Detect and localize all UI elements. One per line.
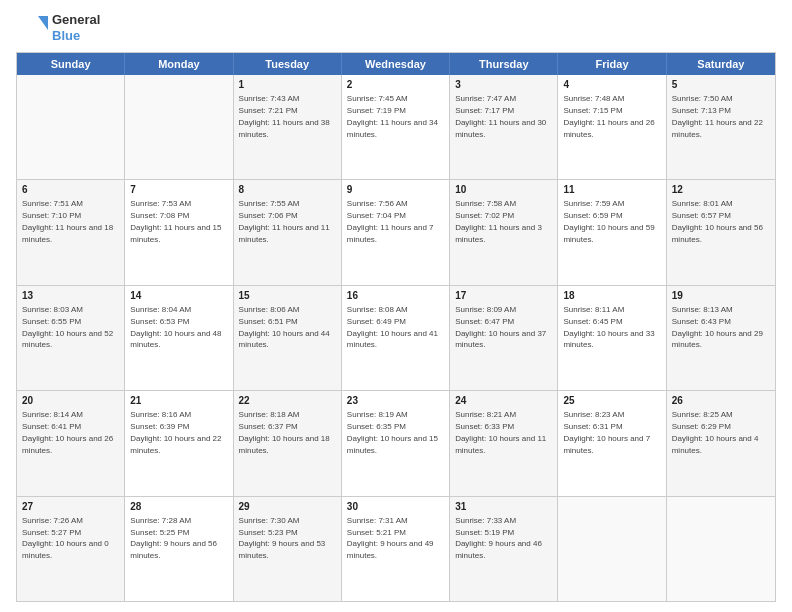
day-number: 30 (347, 500, 444, 514)
cell-info: Sunrise: 8:09 AMSunset: 6:47 PMDaylight:… (455, 305, 546, 350)
day-number: 22 (239, 394, 336, 408)
table-row (667, 497, 775, 601)
table-row: 13 Sunrise: 8:03 AMSunset: 6:55 PMDaylig… (17, 286, 125, 390)
table-row: 6 Sunrise: 7:51 AMSunset: 7:10 PMDayligh… (17, 180, 125, 284)
logo-text-general: General (52, 12, 100, 28)
table-row: 11 Sunrise: 7:59 AMSunset: 6:59 PMDaylig… (558, 180, 666, 284)
day-number: 4 (563, 78, 660, 92)
day-number: 31 (455, 500, 552, 514)
table-row: 3 Sunrise: 7:47 AMSunset: 7:17 PMDayligh… (450, 75, 558, 179)
table-row: 14 Sunrise: 8:04 AMSunset: 6:53 PMDaylig… (125, 286, 233, 390)
table-row (125, 75, 233, 179)
cell-info: Sunrise: 7:55 AMSunset: 7:06 PMDaylight:… (239, 199, 330, 244)
table-row: 31 Sunrise: 7:33 AMSunset: 5:19 PMDaylig… (450, 497, 558, 601)
calendar-week-2: 6 Sunrise: 7:51 AMSunset: 7:10 PMDayligh… (17, 179, 775, 284)
calendar: SundayMondayTuesdayWednesdayThursdayFrid… (16, 52, 776, 602)
table-row: 18 Sunrise: 8:11 AMSunset: 6:45 PMDaylig… (558, 286, 666, 390)
cell-info: Sunrise: 8:11 AMSunset: 6:45 PMDaylight:… (563, 305, 654, 350)
calendar-week-5: 27 Sunrise: 7:26 AMSunset: 5:27 PMDaylig… (17, 496, 775, 601)
calendar-header-row: SundayMondayTuesdayWednesdayThursdayFrid… (17, 53, 775, 75)
calendar-body: 1 Sunrise: 7:43 AMSunset: 7:21 PMDayligh… (17, 75, 775, 601)
day-number: 23 (347, 394, 444, 408)
cell-info: Sunrise: 8:04 AMSunset: 6:53 PMDaylight:… (130, 305, 221, 350)
day-number: 7 (130, 183, 227, 197)
header-day-sunday: Sunday (17, 53, 125, 75)
cell-info: Sunrise: 8:21 AMSunset: 6:33 PMDaylight:… (455, 410, 546, 455)
logo: General Blue (16, 12, 100, 44)
svg-marker-0 (38, 16, 48, 30)
cell-info: Sunrise: 7:28 AMSunset: 5:25 PMDaylight:… (130, 516, 217, 561)
day-number: 1 (239, 78, 336, 92)
day-number: 20 (22, 394, 119, 408)
table-row: 9 Sunrise: 7:56 AMSunset: 7:04 PMDayligh… (342, 180, 450, 284)
table-row: 15 Sunrise: 8:06 AMSunset: 6:51 PMDaylig… (234, 286, 342, 390)
cell-info: Sunrise: 7:26 AMSunset: 5:27 PMDaylight:… (22, 516, 109, 561)
cell-info: Sunrise: 7:47 AMSunset: 7:17 PMDaylight:… (455, 94, 546, 139)
table-row: 22 Sunrise: 8:18 AMSunset: 6:37 PMDaylig… (234, 391, 342, 495)
day-number: 12 (672, 183, 770, 197)
table-row: 8 Sunrise: 7:55 AMSunset: 7:06 PMDayligh… (234, 180, 342, 284)
logo-svg (16, 12, 48, 44)
cell-info: Sunrise: 8:06 AMSunset: 6:51 PMDaylight:… (239, 305, 330, 350)
day-number: 27 (22, 500, 119, 514)
day-number: 14 (130, 289, 227, 303)
cell-info: Sunrise: 7:58 AMSunset: 7:02 PMDaylight:… (455, 199, 542, 244)
day-number: 13 (22, 289, 119, 303)
header-day-thursday: Thursday (450, 53, 558, 75)
day-number: 2 (347, 78, 444, 92)
table-row: 28 Sunrise: 7:28 AMSunset: 5:25 PMDaylig… (125, 497, 233, 601)
header-day-saturday: Saturday (667, 53, 775, 75)
day-number: 11 (563, 183, 660, 197)
day-number: 5 (672, 78, 770, 92)
cell-info: Sunrise: 8:25 AMSunset: 6:29 PMDaylight:… (672, 410, 759, 455)
day-number: 10 (455, 183, 552, 197)
table-row: 27 Sunrise: 7:26 AMSunset: 5:27 PMDaylig… (17, 497, 125, 601)
calendar-week-4: 20 Sunrise: 8:14 AMSunset: 6:41 PMDaylig… (17, 390, 775, 495)
header-day-friday: Friday (558, 53, 666, 75)
day-number: 29 (239, 500, 336, 514)
table-row: 16 Sunrise: 8:08 AMSunset: 6:49 PMDaylig… (342, 286, 450, 390)
header-day-monday: Monday (125, 53, 233, 75)
table-row: 1 Sunrise: 7:43 AMSunset: 7:21 PMDayligh… (234, 75, 342, 179)
cell-info: Sunrise: 8:01 AMSunset: 6:57 PMDaylight:… (672, 199, 763, 244)
table-row: 2 Sunrise: 7:45 AMSunset: 7:19 PMDayligh… (342, 75, 450, 179)
day-number: 16 (347, 289, 444, 303)
cell-info: Sunrise: 7:50 AMSunset: 7:13 PMDaylight:… (672, 94, 763, 139)
svg-rect-1 (16, 16, 38, 29)
table-row: 23 Sunrise: 8:19 AMSunset: 6:35 PMDaylig… (342, 391, 450, 495)
table-row: 17 Sunrise: 8:09 AMSunset: 6:47 PMDaylig… (450, 286, 558, 390)
table-row: 10 Sunrise: 7:58 AMSunset: 7:02 PMDaylig… (450, 180, 558, 284)
header-day-wednesday: Wednesday (342, 53, 450, 75)
table-row: 7 Sunrise: 7:53 AMSunset: 7:08 PMDayligh… (125, 180, 233, 284)
logo-text-blue: Blue (52, 28, 100, 44)
header-day-tuesday: Tuesday (234, 53, 342, 75)
day-number: 28 (130, 500, 227, 514)
cell-info: Sunrise: 7:43 AMSunset: 7:21 PMDaylight:… (239, 94, 330, 139)
cell-info: Sunrise: 7:30 AMSunset: 5:23 PMDaylight:… (239, 516, 326, 561)
cell-info: Sunrise: 7:51 AMSunset: 7:10 PMDaylight:… (22, 199, 113, 244)
calendar-week-1: 1 Sunrise: 7:43 AMSunset: 7:21 PMDayligh… (17, 75, 775, 179)
table-row: 29 Sunrise: 7:30 AMSunset: 5:23 PMDaylig… (234, 497, 342, 601)
cell-info: Sunrise: 8:18 AMSunset: 6:37 PMDaylight:… (239, 410, 330, 455)
day-number: 21 (130, 394, 227, 408)
table-row: 20 Sunrise: 8:14 AMSunset: 6:41 PMDaylig… (17, 391, 125, 495)
cell-info: Sunrise: 7:56 AMSunset: 7:04 PMDaylight:… (347, 199, 434, 244)
cell-info: Sunrise: 7:33 AMSunset: 5:19 PMDaylight:… (455, 516, 542, 561)
cell-info: Sunrise: 8:13 AMSunset: 6:43 PMDaylight:… (672, 305, 763, 350)
day-number: 6 (22, 183, 119, 197)
cell-info: Sunrise: 7:31 AMSunset: 5:21 PMDaylight:… (347, 516, 434, 561)
cell-info: Sunrise: 7:53 AMSunset: 7:08 PMDaylight:… (130, 199, 221, 244)
table-row: 4 Sunrise: 7:48 AMSunset: 7:15 PMDayligh… (558, 75, 666, 179)
header: General Blue (16, 12, 776, 44)
calendar-week-3: 13 Sunrise: 8:03 AMSunset: 6:55 PMDaylig… (17, 285, 775, 390)
day-number: 18 (563, 289, 660, 303)
table-row: 30 Sunrise: 7:31 AMSunset: 5:21 PMDaylig… (342, 497, 450, 601)
day-number: 3 (455, 78, 552, 92)
day-number: 17 (455, 289, 552, 303)
day-number: 26 (672, 394, 770, 408)
cell-info: Sunrise: 7:48 AMSunset: 7:15 PMDaylight:… (563, 94, 654, 139)
day-number: 9 (347, 183, 444, 197)
cell-info: Sunrise: 7:59 AMSunset: 6:59 PMDaylight:… (563, 199, 654, 244)
table-row (558, 497, 666, 601)
table-row: 12 Sunrise: 8:01 AMSunset: 6:57 PMDaylig… (667, 180, 775, 284)
